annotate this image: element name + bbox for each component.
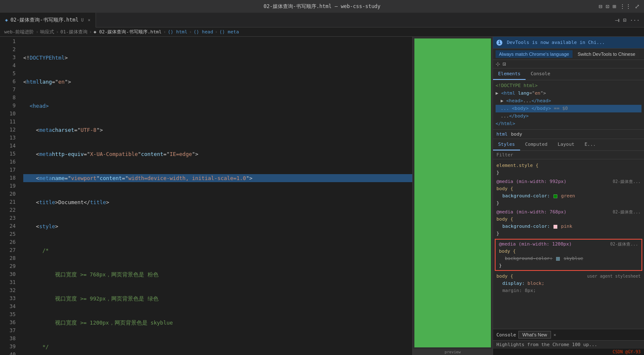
switch-chinese-button[interactable]: Switch DevTools to Chinese <box>574 50 639 58</box>
window-grid-icon[interactable]: ⋮⋮ <box>619 3 631 10</box>
code-editor: 12345 678910 1112131415 1617181920 21222… <box>0 37 412 355</box>
subtab-styles[interactable]: Styles <box>493 139 520 150</box>
style-source-1200: 02-媒体查... <box>610 240 638 248</box>
code-line-8: <style> <box>23 222 412 230</box>
code-line-5: <meta http-equiv="X-UA-Compatible" conte… <box>23 150 412 158</box>
notification-text: DevTools is now available in Chi... <box>507 40 605 45</box>
window-title: 02-媒体查询-书写顺序.html — web-css-study <box>263 3 381 10</box>
style-media-992: @media (min-width: 992px) <box>496 179 567 184</box>
breadcrumb-sep-4: › <box>189 29 192 35</box>
console-bar: Console What's New × <box>493 329 644 340</box>
window-controls[interactable]: ⊟ ⊡ ⊞ ⋮⋮ ⤢ <box>599 3 640 10</box>
subtab-computed[interactable]: Computed <box>520 139 553 150</box>
style-media-1200: @media (min-width: 1200px) <box>499 241 572 247</box>
devtools-sub-tabs: Styles Computed Layout E... <box>493 139 644 151</box>
style-selector-element: element.style { <box>496 163 538 168</box>
style-selector-body-ua: body { <box>496 273 513 279</box>
title-bar: 02-媒体查询-书写顺序.html — web-css-study ⊟ ⊡ ⊞ … <box>0 0 644 13</box>
swatch-992 <box>554 194 557 198</box>
tab-modified: U <box>81 18 84 22</box>
split-editor-icon[interactable]: ⫣ <box>614 17 620 23</box>
swatch-1200 <box>556 257 560 261</box>
breadcrumb-sep-5: › <box>215 29 218 35</box>
tab-bar: ◈ 02-媒体查询-书写顺序.html U × ⫣ ⊡ ··· <box>0 13 644 27</box>
filter-label: Filter <box>496 152 513 158</box>
dom-breadcrumb: html body <box>493 129 644 139</box>
select-element-icon[interactable]: ⊹ <box>496 61 500 67</box>
style-block-element: element.style { } <box>493 161 644 177</box>
dismiss-button[interactable]: Don... <box>640 50 644 58</box>
code-area: 12345 678910 1112131415 1617181920 21222… <box>0 37 412 355</box>
breadcrumb-sep-0: › <box>36 29 39 35</box>
style-selector-body-768: body { <box>496 216 513 222</box>
breadcrumb-sep-1: › <box>56 29 59 35</box>
dom-line-ellipsis: ...</body> <box>496 112 641 120</box>
device-icon[interactable]: ⊡ <box>503 61 506 67</box>
code-line-4: <meta charset="UTF-8"> <box>23 126 412 134</box>
line-numbers: 12345 678910 1112131415 1617181920 21222… <box>0 37 19 355</box>
whats-new-close-icon[interactable]: × <box>554 332 556 338</box>
tab-console[interactable]: Console <box>526 68 555 80</box>
style-prop-display: display: block; <box>496 281 544 286</box>
code-line-1: <!DOCTYPE html> <box>23 54 412 62</box>
code-line-3: <head> <box>23 102 412 110</box>
dom-bc-html[interactable]: html <box>496 131 508 137</box>
csdn-footer: CSDN @GY-93 <box>493 349 644 355</box>
split-view-icon[interactable]: ⊡ <box>623 17 627 23</box>
editor-tab[interactable]: ◈ 02-媒体查询-书写顺序.html U × <box>0 13 96 27</box>
dom-line-head: ▶ <head>...</head> <box>496 97 641 105</box>
preview-viewport <box>414 38 491 347</box>
tab-label: 02-媒体查询-书写顺序.html <box>11 16 79 24</box>
breadcrumb-item-2[interactable]: 01-媒体查询 <box>60 29 88 35</box>
breadcrumb: web-前端进阶 › 响应式 › 01-媒体查询 › ◈ 02-媒体查询-书写顺… <box>0 27 644 37</box>
code-line-2: <html lang="en"> <box>23 78 412 86</box>
style-block-useragent: body { user agent stylesheet display: bl… <box>493 272 644 295</box>
tab-elements[interactable]: Elements <box>493 68 526 80</box>
styles-filter: Filter <box>493 151 644 159</box>
style-source-ua: user agent stylesheet <box>587 273 641 280</box>
code-content[interactable]: <!DOCTYPE html> <html lang="en"> <head> … <box>19 37 412 355</box>
breadcrumb-item-3[interactable]: ◈ 02-媒体查询-书写顺序.html <box>93 29 162 35</box>
dom-line-html-close: </html> <box>496 120 641 128</box>
style-media-768: @media (min-width: 768px) <box>496 209 567 215</box>
breadcrumb-item-1[interactable]: 响应式 <box>40 29 54 35</box>
preview-panel: preview <box>412 37 493 355</box>
styles-panel: element.style { } @media (min-width: 992… <box>493 159 644 329</box>
style-close-element: } <box>496 170 499 175</box>
whats-new-button[interactable]: What's New <box>518 331 551 339</box>
dom-line-doctype: <!DOCTYPE html> <box>496 82 641 90</box>
style-prop-margin: margin: 8px; <box>496 288 536 293</box>
window-layout-icon[interactable]: ⊞ <box>613 3 616 10</box>
style-prop-992: background-color: green <box>496 193 575 199</box>
style-block-768: @media (min-width: 768px) 02-媒体查... body… <box>493 208 644 238</box>
window-tile-icon[interactable]: ⊟ <box>599 3 602 10</box>
style-prop-768: background-color: pink <box>496 224 572 229</box>
subtab-more[interactable]: E... <box>579 139 601 150</box>
code-line-10: 视口宽度 >= 768px，网页背景色是 粉色 <box>23 270 412 279</box>
subtab-layout[interactable]: Layout <box>553 139 580 150</box>
style-block-992: @media (min-width: 992px) 02-媒体查... body… <box>493 177 644 208</box>
code-line-6: <meta name="viewport" content="width=dev… <box>23 174 412 182</box>
whats-new-text: Highlights from the Chrome 100 up... <box>493 340 644 349</box>
dom-bc-body[interactable]: body <box>511 131 523 137</box>
breadcrumb-item-6[interactable]: ⟨⟩ meta <box>219 29 239 35</box>
console-label[interactable]: Console <box>496 332 516 338</box>
breadcrumb-item-5[interactable]: ⟨⟩ head <box>194 29 213 35</box>
window-split-icon[interactable]: ⊡ <box>606 3 609 10</box>
breadcrumb-item-4[interactable]: ⟨⟩ html <box>168 29 187 35</box>
style-prop-1200: background-color: skyblue <box>499 256 583 261</box>
breadcrumb-sep-3: › <box>163 29 166 35</box>
devtools-notification: i DevTools is now available in Chi... <box>493 37 644 49</box>
style-source-992: 02-媒体查... <box>613 178 641 185</box>
more-actions-icon[interactable]: ··· <box>630 17 640 23</box>
tab-close-button[interactable]: × <box>88 18 90 22</box>
dom-line-body[interactable]: ... <body> </body> == $0 <box>496 105 641 112</box>
preview-label: preview <box>413 349 493 355</box>
breadcrumb-item-0[interactable]: web-前端进阶 <box>4 29 34 35</box>
code-line-11: 视口宽度 >= 992px，网页背景色是 绿色 <box>23 295 412 303</box>
devtools-tabs: Elements Console <box>493 68 644 80</box>
style-selector-body-1200: body { <box>499 248 516 254</box>
match-language-button[interactable]: Always match Chrome's language <box>496 50 573 58</box>
window-expand-icon[interactable]: ⤢ <box>635 3 640 10</box>
dom-line-html: ▶ <html lang="en"> <box>496 90 641 97</box>
